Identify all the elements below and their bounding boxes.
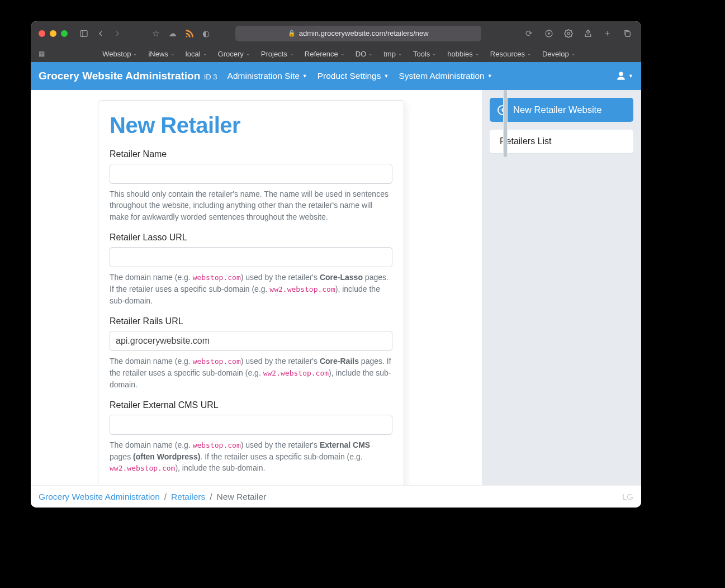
chevron-down-icon: ⌄ [246,51,250,56]
help-cms-url: The domain name (e.g. webstop.com) used … [110,439,392,474]
rss-icon[interactable] [183,29,195,38]
label-retailer-name: Retailer Name [110,149,392,159]
chevron-down-icon: ⌄ [475,51,480,56]
caret-down-icon: ▼ [383,73,388,79]
content-area: New Retailer Retailer Name This should o… [31,90,641,485]
close-window-button[interactable] [39,30,45,37]
chevron-down-icon: ⌄ [432,51,437,56]
bookmark-item[interactable]: iNews⌄ [144,48,179,60]
bookmark-item[interactable]: Reference⌄ [300,48,349,60]
field-retailer-name: Retailer Name This should only contain t… [110,149,392,222]
field-emails-from: Emails Come From When consumers receive … [110,484,392,485]
forward-button[interactable] [111,29,124,38]
scrollbar-thumb[interactable] [504,90,507,157]
footer: Grocery Website Administration / Retaile… [31,485,641,508]
user-menu[interactable]: ▼ [616,71,633,81]
input-rails-url[interactable] [110,331,392,351]
bookmark-item[interactable]: Tools⌄ [409,48,441,60]
chevron-down-icon: ⌄ [203,51,207,56]
main-panel: New Retailer Retailer Name This should o… [31,90,482,485]
svg-rect-0 [80,30,87,36]
help-retailer-name: This should only contain the retailer's … [110,188,392,222]
input-retailer-name[interactable] [110,164,392,184]
label-cms-url: Retailer External CMS URL [110,400,392,410]
breadcrumb: Grocery Website Administration / Retaile… [39,492,266,502]
browser-toolbar: ☆ ☁ ◐ 🔒 admin.grocerywebsite.com/retaile… [31,21,641,45]
chevron-down-icon: ⌄ [571,51,576,56]
caret-down-icon: ▼ [302,73,307,79]
chevron-down-icon: ⌄ [340,51,345,56]
retailers-list-link[interactable]: Retailers List [490,130,633,153]
chevron-down-icon: ⌄ [368,51,373,56]
chevron-down-icon: ⌄ [170,51,175,56]
tabs-overview-icon[interactable] [621,28,633,39]
share-icon[interactable] [582,28,594,39]
breadcrumb-root[interactable]: Grocery Website Administration [39,492,160,502]
label-lasso-url: Retailer Lasso URL [110,233,392,243]
lock-icon: 🔒 [288,30,296,37]
favorite-icon[interactable]: ☆ [149,29,162,39]
chevron-down-icon: ⌄ [398,51,402,56]
caret-down-icon: ▼ [487,73,492,79]
footer-badge: LG [622,492,633,501]
breadcrumb-current: New Retailer [217,492,267,502]
bookmark-item[interactable]: Grocery⌄ [214,48,255,60]
maximize-window-button[interactable] [61,30,68,37]
bookmark-item[interactable]: tmp⌄ [379,48,407,60]
field-lasso-url: Retailer Lasso URL The domain name (e.g.… [110,233,392,306]
nav-administration-site[interactable]: Administration Site▼ [228,71,307,81]
user-icon [616,71,626,81]
url-text: admin.grocerywebsite.com/retailers/new [299,29,429,37]
scrollbar-track[interactable] [503,90,508,485]
svg-point-3 [567,32,570,35]
bookmarks-bar: ▦ Webstop⌄ iNews⌄ local⌄ Grocery⌄ Projec… [31,45,641,62]
address-bar[interactable]: 🔒 admin.grocerywebsite.com/retailers/new [235,26,481,41]
app-nav: Grocery Website Administration ID 3 Admi… [31,62,641,90]
reload-icon[interactable]: ⟳ [523,28,536,39]
chevron-down-icon: ⌄ [133,51,138,56]
chevron-down-icon: ⌄ [527,51,532,56]
page-title: New Retailer [110,113,392,138]
chevron-down-icon: ⌄ [290,51,294,56]
input-cms-url[interactable] [110,415,392,435]
new-tab-icon[interactable]: ＋ [601,28,614,39]
nav-product-settings[interactable]: Product Settings▼ [318,71,389,81]
browser-window: ☆ ☁ ◐ 🔒 admin.grocerywebsite.com/retaile… [31,21,641,508]
brand[interactable]: Grocery Website Administration ID 3 [39,70,217,82]
breadcrumb-retailers[interactable]: Retailers [171,492,205,502]
window-controls [39,30,68,37]
bookmark-item[interactable]: local⌄ [181,48,212,60]
field-rails-url: Retailer Rails URL The domain name (e.g.… [110,316,392,390]
help-lasso-url: The domain name (e.g. webstop.com) used … [110,272,392,306]
bookmark-item[interactable]: Develop⌄ [538,48,580,60]
new-retailer-website-button[interactable]: + New Retailer Website [490,98,633,122]
sidebar-toggle-icon[interactable] [78,29,90,38]
help-rails-url: The domain name (e.g. webstop.com) used … [110,355,392,390]
bookmark-item[interactable]: hobbies⌄ [443,48,484,60]
label-rails-url: Retailer Rails URL [110,316,392,326]
shield-icon[interactable]: ◐ [200,29,212,39]
gear-icon[interactable] [562,28,575,39]
nav-system-administration[interactable]: System Administration▼ [399,71,492,81]
bookmark-item[interactable]: Webstop⌄ [98,48,142,60]
caret-down-icon: ▼ [628,73,633,79]
cloud-icon[interactable]: ☁ [166,29,178,39]
form-card: New Retailer Retailer Name This should o… [98,100,404,485]
bookmark-item[interactable]: Resources⌄ [486,48,536,60]
label-emails-from: Emails Come From [110,484,392,485]
apps-grid-icon[interactable]: ▦ [39,50,45,58]
minimize-window-button[interactable] [50,30,56,37]
bookmark-item[interactable]: Projects⌄ [257,48,298,60]
field-cms-url: Retailer External CMS URL The domain nam… [110,400,392,474]
bookmark-item[interactable]: DO⌄ [351,48,378,60]
back-button[interactable] [94,29,107,38]
downloads-icon[interactable] [543,28,555,39]
side-primary-label: New Retailer Website [513,105,601,115]
input-lasso-url[interactable] [110,247,392,267]
svg-rect-4 [626,31,631,36]
